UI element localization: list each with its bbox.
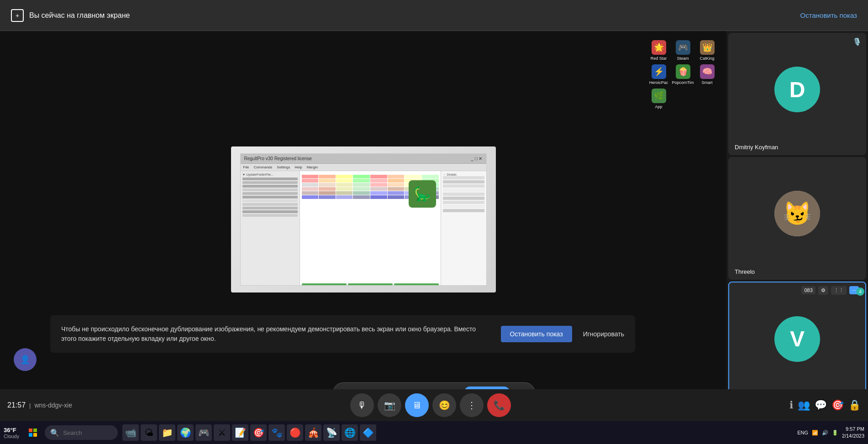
more-options-button[interactable]: ⋮ (460, 393, 484, 417)
participants-panel: 🎙️ D Dmitriy Koyfman 😼 Threelo 083 ⚙ ⋮⋮ … (726, 31, 868, 407)
separator: | (29, 402, 31, 409)
banner-text: Вы сейчас на главном экране (29, 11, 130, 20)
mute-icon-dmitriy: 🎙️ (852, 37, 862, 46)
chat-button[interactable]: 💬 (815, 399, 827, 411)
desktop-icon-heroic: ⚡ HeroicPac (648, 64, 669, 85)
screen-share-icon: + (11, 9, 24, 22)
fake-left-panel: ▼ UpdateFolderFile... (241, 171, 300, 286)
meet-toolbar: 21:57 | wns-ddgv-xie 🎙 📷 🖥 😊 ⋮ 📞 ℹ 👥 💬 🎯… (0, 389, 868, 421)
you-card-settings-btn[interactable]: ⚙ (818, 286, 828, 295)
top-banner-left: + Вы сейчас на главном экране (11, 9, 130, 22)
desktop-icon-smart: 🧠 Smart (697, 64, 717, 85)
participant-card-threelo: 😼 Threelo (728, 157, 866, 279)
weather-condition: Cloudy (4, 434, 19, 439)
svg-rect-0 (29, 428, 32, 432)
share-screen-button[interactable]: 🖥 (405, 393, 429, 417)
taskbar-app-game2[interactable]: ⚔ (214, 424, 230, 441)
taskbar-app-meet[interactable]: 📹 (122, 424, 139, 441)
participant-name-threelo: Threelo (735, 268, 755, 275)
user-avatar-main: 👤 (14, 348, 37, 371)
toolbar-right: ℹ 👥 💬 🎯 🔒 (789, 399, 861, 411)
taskbar-app-telegram[interactable]: 📡 (323, 424, 340, 441)
desktop-icon-popcorn: 🍿 PopcornTim (673, 64, 693, 85)
fake-titlebar: RegultPro v30 Registered license _ □ ✕ (241, 154, 486, 164)
windows-taskbar: 36°F Cloudy 🔍 📹 🌤 📁 🌍 🎮 ⚔ 📝 🎯 🐾 🔴 🎪 📡 🌐 … (0, 421, 868, 444)
meeting-time: 21:57 (7, 401, 26, 409)
avatar-threelo: 😼 (774, 191, 820, 236)
desktop-icon-extra1: 🌿 App (648, 89, 669, 109)
warning-text: Чтобы не происходило бесконечное дублиро… (61, 324, 490, 344)
svg-rect-1 (33, 428, 37, 432)
participant-count-badge: 4 (856, 287, 864, 296)
main-content-area: 🌟 Red Star 🎮 Steam 👑 CatKing ⚡ HeroicPac… (0, 31, 726, 407)
taskbar-app-app3[interactable]: 🎪 (305, 424, 321, 441)
activities-button[interactable]: 🎯 (831, 399, 844, 411)
fake-title: RegultPro v30 Registered license (244, 156, 312, 161)
participant-card-you: 083 ⚙ ⋮⋮ ··· 4 V Вы (728, 282, 866, 406)
taskbar-date: 2/14/2023 (842, 433, 864, 439)
taskbar-app-app1[interactable]: 🐾 (268, 424, 285, 441)
taskbar-app-app2[interactable]: 🔴 (287, 424, 303, 441)
you-card-grid-btn[interactable]: ⋮⋮ (831, 286, 847, 295)
you-card-controls: 083 ⚙ ⋮⋮ ··· 4 (801, 286, 862, 295)
desktop-icon-row-3: 🌿 App (648, 89, 717, 109)
desktop-icon-redstar: 🌟 Red Star (648, 40, 669, 61)
taskbar-app-notes[interactable]: 📝 (232, 424, 248, 441)
meeting-id: wns-ddgv-xie (34, 402, 72, 409)
participant-card-dmitriy: 🎙️ D Dmitriy Koyfman (728, 33, 866, 155)
taskbar-clock: 9:57 PM 2/14/2023 (842, 426, 864, 440)
camera-button[interactable]: 📷 (378, 393, 401, 417)
taskbar-app-folder[interactable]: 📁 (159, 424, 175, 441)
weather-temp: 36°F (4, 427, 19, 434)
mic-button[interactable]: 🎙 (350, 393, 374, 417)
desktop-icon-row-2: ⚡ HeroicPac 🍿 PopcornTim 🧠 Smart (648, 64, 717, 85)
safety-button[interactable]: 🔒 (848, 399, 861, 411)
fake-content: ▼ UpdateFolderFile... (241, 171, 486, 286)
taskbar-app-browser2[interactable]: 🌐 (342, 424, 358, 441)
participant-name-dmitriy: Dmitriy Koyfman (735, 144, 778, 151)
desktop-icon-catking: 👑 CatKing (697, 40, 717, 61)
you-card-083-btn[interactable]: 083 (801, 286, 815, 294)
svg-rect-3 (33, 433, 37, 437)
taskbar-app-chrome[interactable]: 🌍 (177, 424, 194, 441)
taskbar-volume-icon: 🔊 (822, 430, 828, 436)
stop-presentation-button-2[interactable]: Остановить показ (501, 326, 572, 342)
taskbar-app-weather[interactable]: 🌤 (141, 424, 157, 441)
end-call-button[interactable]: 📞 (487, 393, 511, 417)
taskbar-app-game1[interactable]: 🎮 (195, 424, 212, 441)
screen-share-preview: RegultPro v30 Registered license _ □ ✕ F… (231, 146, 496, 293)
taskbar-app-target[interactable]: 🎯 (250, 424, 267, 441)
search-icon: 🔍 (50, 428, 59, 437)
avatar-dmitriy: D (774, 67, 820, 112)
people-button[interactable]: 👥 (798, 399, 810, 411)
stop-presentation-button[interactable]: Остановить показ (800, 11, 857, 19)
fake-right-panel: → Details (441, 171, 486, 286)
taskbar-search[interactable]: 🔍 (45, 425, 118, 440)
screen-preview-inner: RegultPro v30 Registered license _ □ ✕ F… (231, 146, 496, 293)
info-button[interactable]: ℹ (789, 399, 793, 411)
taskbar-app-app4[interactable]: 🔷 (360, 424, 376, 441)
top-banner: + Вы сейчас на главном экране Остановить… (0, 0, 868, 31)
fake-center-panel: 🦕 OK Apply Cancel (300, 171, 441, 286)
start-button[interactable] (25, 424, 41, 441)
desktop-icon-steam: 🎮 Steam (673, 40, 693, 61)
taskbar-language: ENG (797, 430, 808, 435)
svg-rect-2 (29, 433, 32, 437)
toolbar-center: 🎙 📷 🖥 😊 ⋮ 📞 (350, 393, 511, 417)
taskbar-time: 9:57 PM (842, 426, 864, 433)
warning-overlay: Чтобы не происходило бесконечное дублиро… (50, 315, 635, 353)
taskbar-right-area: ENG 📶 🔊 🔋 9:57 PM 2/14/2023 (797, 426, 864, 440)
taskbar-wifi-icon: 📶 (812, 430, 818, 436)
fake-screen-content: RegultPro v30 Registered license _ □ ✕ F… (240, 153, 487, 286)
toolbar-left: 21:57 | wns-ddgv-xie (7, 401, 72, 409)
dino-image: 🦕 (409, 180, 436, 208)
avatar-you: V (774, 316, 820, 362)
reaction-button[interactable]: 😊 (432, 393, 456, 417)
taskbar-battery-icon: 🔋 (832, 430, 838, 436)
weather-info: 36°F Cloudy (4, 427, 19, 439)
desktop-icon-row-1: 🌟 Red Star 🎮 Steam 👑 CatKing (648, 40, 717, 61)
ignore-button[interactable]: Игнорировать (583, 330, 624, 338)
desktop-icons: 🌟 Red Star 🎮 Steam 👑 CatKing ⚡ HeroicPac… (648, 40, 717, 109)
fake-window-controls: _ □ ✕ (471, 156, 482, 161)
